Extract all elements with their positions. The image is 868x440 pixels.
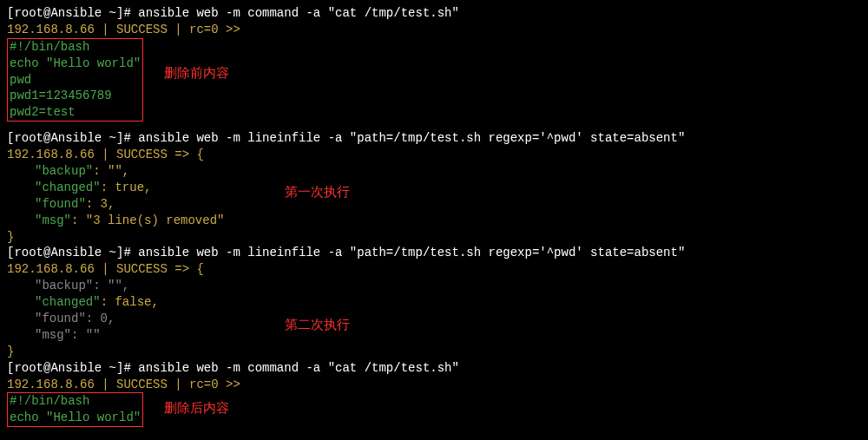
success-header: 192.168.8.66 | SUCCESS | rc=0 >> — [7, 22, 861, 38]
json-row: "changed": true, — [7, 180, 861, 196]
json-row: "msg": "" — [7, 327, 861, 344]
file-line: #!/bin/bash — [10, 393, 141, 410]
annotation-first-run: 第一次执行 — [285, 183, 350, 200]
json-close: } — [7, 344, 861, 360]
file-line: pwd2=test — [10, 104, 141, 121]
terminal-output: [root@Ansible ~]# ansible web -m command… — [7, 5, 861, 427]
json-row: "found": 3, — [7, 196, 861, 213]
json-close: } — [7, 229, 861, 246]
before-content-box: #!/bin/bash echo "Hello world" pwd pwd1=… — [7, 38, 143, 121]
file-line: pwd — [10, 72, 141, 89]
file-line: #!/bin/bash — [10, 39, 141, 56]
success-header: 192.168.8.66 | SUCCESS => { — [7, 261, 861, 278]
success-header: 192.168.8.66 | SUCCESS | rc=0 >> — [7, 377, 861, 393]
file-line: echo "Hello world" — [10, 56, 141, 72]
json-row: "changed": false, — [7, 294, 861, 311]
command-line: [root@Ansible ~]# ansible web -m lineinf… — [7, 245, 861, 261]
json-row: "backup": "", — [7, 163, 861, 180]
json-row: "backup": "", — [7, 278, 861, 294]
file-line: echo "Hello world" — [10, 410, 141, 426]
annotation-before: 删除前内容 — [164, 64, 229, 82]
json-row: "msg": "3 line(s) removed" — [7, 213, 861, 229]
success-header: 192.168.8.66 | SUCCESS => { — [7, 147, 861, 163]
file-line: pwd1=123456789 — [10, 88, 141, 104]
annotation-after: 删除后内容 — [164, 399, 229, 417]
annotation-second-run: 第二次执行 — [285, 316, 350, 333]
command-line: [root@Ansible ~]# ansible web -m command… — [7, 360, 861, 377]
after-content-box: #!/bin/bash echo "Hello world" — [7, 392, 143, 427]
command-line: [root@Ansible ~]# ansible web -m lineinf… — [7, 130, 861, 147]
command-line: [root@Ansible ~]# ansible web -m command… — [7, 5, 861, 22]
json-row: "found": 0, — [7, 311, 861, 327]
